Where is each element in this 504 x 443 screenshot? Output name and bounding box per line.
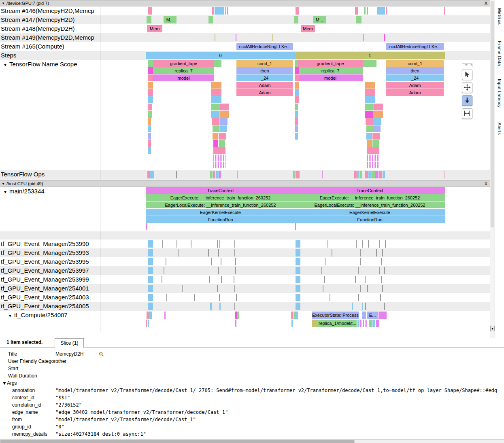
trace-event[interactable] <box>148 285 153 292</box>
trace-event[interactable] <box>312 320 318 327</box>
collapse-icon[interactable]: ▼ <box>8 314 12 318</box>
trace-event[interactable] <box>379 267 380 274</box>
trace-event[interactable] <box>227 7 228 15</box>
trace-event[interactable] <box>148 267 153 274</box>
trace-event[interactable] <box>372 320 375 327</box>
trace-event[interactable] <box>365 82 375 89</box>
trace-event[interactable] <box>379 240 380 248</box>
trace-event[interactable] <box>380 294 381 301</box>
side-tab-alerts[interactable]: Alerts <box>497 123 502 135</box>
trace-event[interactable] <box>234 303 235 310</box>
trace-event[interactable] <box>365 303 366 310</box>
trace-event[interactable]: TraceContext <box>146 187 295 194</box>
trace-event[interactable] <box>164 312 166 319</box>
trace-event[interactable] <box>367 147 379 154</box>
trace-event[interactable]: EagerKernelExecute <box>146 209 295 216</box>
trace-event[interactable] <box>356 240 357 248</box>
trace-event[interactable] <box>295 60 298 67</box>
zoom-tool-button[interactable] <box>462 95 472 106</box>
trace-event[interactable] <box>366 125 373 132</box>
trace-event[interactable] <box>296 303 300 310</box>
trace-event[interactable]: model <box>153 74 214 81</box>
trace-event[interactable] <box>291 320 293 327</box>
trace-event[interactable]: _24 <box>236 74 293 81</box>
scroll-down-arrow-icon[interactable]: ▼ <box>490 326 495 331</box>
trace-event[interactable] <box>295 133 298 140</box>
trace-event[interactable] <box>237 312 239 319</box>
trace-event[interactable] <box>236 34 236 41</box>
trace-event[interactable] <box>377 7 385 15</box>
trace-event[interactable] <box>373 125 381 132</box>
trace-event[interactable] <box>295 96 299 103</box>
trace-event[interactable] <box>234 249 235 256</box>
trace-event[interactable]: Mem <box>301 25 315 32</box>
track-label-main-253344[interactable]: ▼main/253344 <box>0 187 100 231</box>
trace-event[interactable] <box>444 7 445 15</box>
trace-event[interactable] <box>148 133 151 140</box>
trace-event[interactable] <box>323 285 323 292</box>
trace-event[interactable] <box>148 104 152 110</box>
trace-event[interactable] <box>332 249 332 256</box>
trace-event[interactable] <box>162 276 162 283</box>
trace-event[interactable] <box>213 171 215 178</box>
trace-event[interactable] <box>211 111 219 118</box>
trace-event[interactable]: replica_7 <box>153 67 214 74</box>
trace-event[interactable] <box>236 294 237 301</box>
trace-event[interactable] <box>211 89 221 96</box>
trace-event[interactable] <box>296 294 300 301</box>
trace-event[interactable] <box>148 147 151 154</box>
trace-event[interactable] <box>295 104 298 110</box>
trace-event[interactable]: gradient_tape <box>153 60 214 67</box>
trace-event[interactable] <box>355 7 358 15</box>
trace-event[interactable] <box>296 258 300 265</box>
trace-event[interactable]: Adam <box>386 89 444 96</box>
trace-event[interactable]: M... <box>164 16 177 23</box>
trace-event[interactable]: 1 <box>295 52 445 59</box>
trace-event[interactable] <box>367 155 379 161</box>
trace-event[interactable] <box>148 82 153 89</box>
trace-event[interactable] <box>384 267 385 274</box>
collapse-icon[interactable]: ▼ <box>2 2 5 5</box>
trace-event[interactable] <box>237 171 238 178</box>
trace-event[interactable] <box>148 67 153 74</box>
trace-event[interactable] <box>360 171 362 178</box>
trace-event[interactable]: ncclAllReduceRingLLKe... <box>236 43 293 50</box>
trace-event[interactable] <box>296 249 300 256</box>
side-tab-frame-data[interactable]: Frame Data <box>497 41 502 66</box>
trace-event[interactable] <box>365 111 373 118</box>
trace-event[interactable] <box>368 171 372 178</box>
trace-event[interactable] <box>379 171 382 178</box>
trace-event[interactable] <box>367 140 372 147</box>
trace-event[interactable] <box>148 249 153 256</box>
trace-event[interactable] <box>208 249 209 256</box>
trace-event[interactable] <box>219 294 220 301</box>
trace-event[interactable] <box>296 276 300 283</box>
trace-event[interactable] <box>148 276 153 283</box>
trace-event[interactable] <box>148 118 151 125</box>
trace-event[interactable] <box>294 16 298 23</box>
trace-event[interactable] <box>148 74 153 81</box>
trace-event[interactable] <box>150 312 152 319</box>
trace-event[interactable] <box>295 89 299 96</box>
tab-slice[interactable]: Slice (1) <box>55 338 84 348</box>
trace-event[interactable]: replica_1/model/t... <box>318 320 357 327</box>
trace-event[interactable] <box>235 267 236 274</box>
trace-event[interactable] <box>363 34 364 41</box>
trace-event[interactable]: TraceContext <box>295 187 445 194</box>
trace-event[interactable] <box>295 118 298 125</box>
trace-event[interactable]: Mem <box>147 25 162 32</box>
trace-event[interactable] <box>366 133 372 140</box>
trace-event[interactable]: EagerLocalExecute: __inference_train_fun… <box>295 201 445 208</box>
trace-event[interactable] <box>176 171 177 178</box>
scroll-thumb[interactable] <box>491 1 494 227</box>
trace-event[interactable] <box>360 258 361 265</box>
trace-event[interactable] <box>234 276 234 283</box>
trace-event[interactable]: E... <box>367 312 378 319</box>
trace-event[interactable] <box>164 267 164 274</box>
trace-event[interactable] <box>178 249 179 256</box>
trace-event[interactable] <box>372 171 375 178</box>
trace-event[interactable] <box>373 111 383 118</box>
trace-event[interactable] <box>217 240 218 248</box>
trace-event[interactable] <box>385 240 386 248</box>
trace-event[interactable]: replica_7 <box>298 67 363 74</box>
